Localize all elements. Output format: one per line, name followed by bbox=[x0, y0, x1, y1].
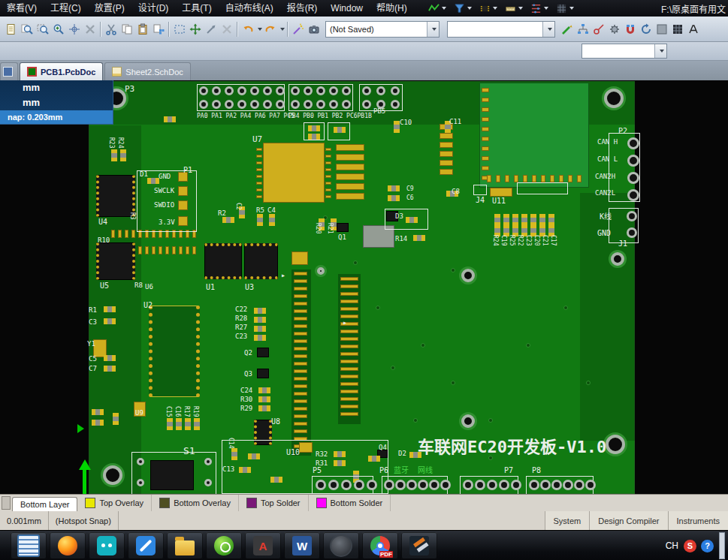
hud-y-coordinate: mm bbox=[0, 95, 113, 110]
layer-tab-bottom-solder[interactable]: Bottom Solder bbox=[309, 495, 391, 511]
smd-pad bbox=[294, 302, 307, 306]
silkscreen-label: P3 bbox=[125, 85, 134, 93]
taskbar-app-folder[interactable] bbox=[167, 532, 203, 559]
taskbar-app-green-app[interactable] bbox=[206, 532, 242, 559]
net-name-combo[interactable]: (Not Saved) bbox=[325, 21, 440, 38]
layer-scroll-button[interactable] bbox=[2, 496, 11, 510]
undo-icon[interactable] bbox=[240, 20, 255, 38]
capture-icon[interactable] bbox=[306, 20, 322, 38]
zoom-area-icon[interactable] bbox=[35, 20, 50, 38]
layer-tab-top-overlay[interactable]: Top Overlay bbox=[77, 495, 152, 511]
redo-icon[interactable] bbox=[262, 20, 278, 38]
smd-pad bbox=[256, 168, 262, 171]
layer-tab-top-solder[interactable]: Top Solder bbox=[239, 495, 309, 511]
pcb-editor-canvas[interactable]: P3PA0 PA1 PA2 PA4 PA6 PA7 PC5PB4 PB0 PB1… bbox=[0, 80, 728, 494]
smd-pad bbox=[482, 98, 489, 102]
drag-icon[interactable] bbox=[203, 20, 219, 38]
grid-icon[interactable] bbox=[669, 20, 685, 38]
tab-Sheet2.SchDoc[interactable]: Sheet2.SchDoc bbox=[104, 62, 190, 80]
smd-pad bbox=[138, 246, 142, 254]
menu-item-5[interactable]: 自动布线(A) bbox=[219, 0, 280, 17]
combo-dropdown-button[interactable] bbox=[542, 22, 554, 37]
menu-item-7[interactable]: Window bbox=[324, 0, 370, 17]
via bbox=[488, 418, 493, 423]
passive-component bbox=[104, 355, 116, 361]
panel-button-system[interactable]: System bbox=[545, 511, 590, 531]
taskbar-app-adobe-acrobat[interactable]: A bbox=[245, 532, 281, 559]
gear-icon[interactable] bbox=[606, 20, 622, 38]
layer-tab-bottom-layer[interactable]: Bottom Layer bbox=[12, 497, 77, 511]
move-icon[interactable] bbox=[187, 20, 203, 38]
menu-item-0[interactable]: 察看(V) bbox=[0, 0, 44, 17]
taskbar-app-pencil-app[interactable] bbox=[128, 532, 164, 559]
zoom-document-icon[interactable] bbox=[19, 20, 35, 38]
hierarchy-icon[interactable] bbox=[575, 20, 591, 38]
copy-icon[interactable] bbox=[119, 20, 134, 38]
paste-icon[interactable] bbox=[134, 20, 150, 38]
panel-button-instruments[interactable]: Instruments bbox=[668, 511, 728, 531]
taskbar-app-altium[interactable] bbox=[401, 532, 437, 559]
font-icon[interactable] bbox=[685, 20, 701, 38]
filter-icon[interactable] bbox=[450, 0, 476, 17]
menu-item-6[interactable]: 报告(R) bbox=[280, 0, 325, 17]
tab-PCB1.PcbDoc[interactable]: PCB1.PcbDoc bbox=[20, 62, 103, 80]
taskbar-app-chrome-pdf[interactable]: PDF bbox=[362, 532, 398, 559]
passive-component bbox=[254, 317, 266, 323]
wand-icon[interactable] bbox=[290, 20, 306, 38]
cut-icon[interactable] bbox=[103, 20, 119, 38]
taskbar-app-word[interactable]: W bbox=[284, 532, 320, 559]
class-combo[interactable] bbox=[447, 21, 555, 38]
grid-select-combo[interactable] bbox=[581, 44, 667, 59]
tab-stub[interactable] bbox=[0, 62, 18, 80]
smd-pad bbox=[294, 354, 307, 358]
silkscreen-box bbox=[385, 209, 428, 230]
menu-item-1[interactable]: 工程(C) bbox=[44, 0, 88, 17]
tray-help-icon[interactable]: ? bbox=[701, 540, 714, 552]
smd-pad bbox=[131, 230, 135, 238]
clear-filter-icon[interactable] bbox=[82, 20, 98, 38]
taskbar-app-teal-app[interactable] bbox=[89, 532, 125, 559]
new-document-icon[interactable] bbox=[3, 20, 19, 38]
smd-pad bbox=[125, 230, 128, 238]
show-desktop-button[interactable] bbox=[719, 532, 725, 559]
select-area-icon[interactable] bbox=[171, 20, 187, 38]
tray-sogou-input-icon[interactable]: S bbox=[684, 540, 696, 552]
smd-pad bbox=[340, 277, 358, 281]
menu-item-4[interactable]: 工具(T) bbox=[175, 0, 218, 17]
menu-bar-items: 察看(V)工程(C)放置(P)设计(D)工具(T)自动布线(A)报告(R)Win… bbox=[0, 0, 414, 17]
input-language-indicator[interactable]: CH bbox=[666, 540, 678, 551]
silkscreen-label: U1 bbox=[206, 284, 215, 291]
ruler-icon[interactable] bbox=[501, 0, 527, 17]
rotate-icon[interactable] bbox=[638, 20, 654, 38]
net-icon[interactable] bbox=[527, 0, 552, 17]
component-icon[interactable] bbox=[476, 0, 501, 17]
route-tool-icon[interactable] bbox=[424, 0, 450, 17]
through-hole-pad bbox=[627, 155, 639, 167]
menu-item-8[interactable]: 帮助(H) bbox=[370, 0, 414, 17]
menu-item-2[interactable]: 放置(P) bbox=[88, 0, 131, 17]
magnet-icon[interactable] bbox=[622, 20, 638, 38]
grid-tool-icon[interactable] bbox=[552, 0, 578, 17]
plane-icon[interactable] bbox=[654, 20, 669, 38]
smd-pad bbox=[523, 175, 527, 182]
probe-icon[interactable] bbox=[591, 20, 606, 38]
mounting-hole bbox=[317, 267, 325, 275]
zoom-in-icon[interactable] bbox=[50, 20, 66, 38]
paste-array-icon[interactable] bbox=[150, 20, 166, 38]
combo-dropdown-button[interactable] bbox=[427, 22, 439, 37]
layer-tab-bottom-overlay[interactable]: Bottom Overlay bbox=[152, 495, 239, 511]
silkscreen-label: C15 bbox=[165, 406, 171, 417]
menu-item-3[interactable]: 设计(D) bbox=[131, 0, 176, 17]
taskbar-app-calculator[interactable] bbox=[11, 532, 47, 559]
clear-selection-icon[interactable] bbox=[219, 20, 234, 38]
grid-icon bbox=[3, 67, 13, 77]
taskbar-app-dark-circle[interactable] bbox=[323, 532, 359, 559]
through-hole-pad bbox=[212, 100, 221, 109]
taskbar-app-firefox[interactable] bbox=[50, 532, 86, 559]
combo-dropdown-button[interactable] bbox=[654, 44, 666, 58]
silkscreen-label: P2 bbox=[618, 128, 627, 135]
crosshair-icon[interactable] bbox=[66, 20, 82, 38]
panel-button-design-compiler[interactable]: Design Compiler bbox=[589, 511, 667, 531]
silkscreen-label: Q1 bbox=[338, 234, 346, 241]
interactive-routing-icon[interactable] bbox=[559, 20, 575, 38]
